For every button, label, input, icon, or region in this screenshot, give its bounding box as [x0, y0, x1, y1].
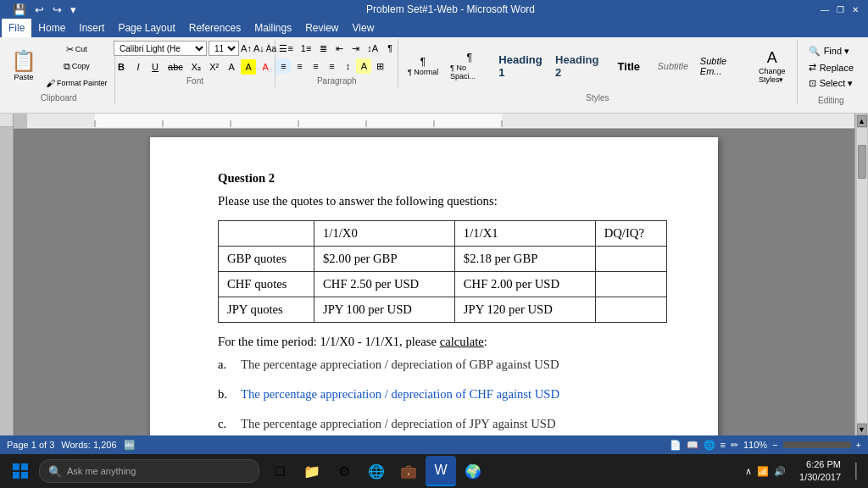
- minimize-button[interactable]: —: [819, 3, 831, 15]
- select-button[interactable]: ⊡ Select ▾: [804, 76, 858, 91]
- table-header-0: [219, 221, 314, 247]
- italic-button[interactable]: I: [131, 59, 146, 75]
- replace-icon: ⇄: [809, 62, 816, 73]
- paste-button[interactable]: 📋 Paste: [7, 41, 41, 92]
- cut-button[interactable]: ✂ Cut: [42, 42, 111, 57]
- view-web[interactable]: 🌐: [704, 440, 715, 451]
- zoom-in-button[interactable]: +: [856, 440, 861, 450]
- select-label: Select ▾: [820, 78, 854, 89]
- borders-button[interactable]: ⊞: [372, 58, 387, 74]
- highlight-button[interactable]: A: [241, 59, 256, 75]
- chrome-button[interactable]: 🌍: [458, 456, 488, 486]
- restore-button[interactable]: ❐: [834, 3, 846, 15]
- view-print-layout[interactable]: 📄: [670, 440, 682, 451]
- style-subtle-em[interactable]: Subtle Em...: [696, 42, 749, 90]
- sort-button[interactable]: ↕A: [364, 41, 381, 56]
- menu-page-layout[interactable]: Page Layout: [111, 19, 181, 37]
- menu-insert[interactable]: Insert: [72, 19, 111, 37]
- vertical-scrollbar[interactable]: ▲ ▼: [854, 114, 868, 435]
- style-title[interactable]: Title: [608, 42, 650, 90]
- menu-mailings[interactable]: Mailings: [248, 19, 298, 37]
- text-effects-button[interactable]: A: [224, 59, 239, 75]
- network-icon[interactable]: 📶: [757, 466, 769, 477]
- font-family-select[interactable]: Calibri Light (He: [114, 41, 207, 56]
- menu-references[interactable]: References: [182, 19, 248, 37]
- align-right-button[interactable]: ≡: [308, 58, 323, 74]
- word-button[interactable]: W: [426, 456, 456, 486]
- editing-content: 🔍 Find ▾ ⇄ Replace ⊡ Select ▾: [801, 41, 861, 94]
- bullets-button[interactable]: ☰≡: [275, 41, 296, 56]
- shading-button[interactable]: A: [356, 58, 371, 74]
- multilevel-button[interactable]: ≣: [315, 41, 331, 56]
- menu-review[interactable]: Review: [298, 19, 345, 37]
- style-heading1[interactable]: Heading 1: [494, 42, 549, 90]
- style-no-spacing[interactable]: ¶ ¶ No Spaci...: [446, 42, 492, 90]
- view-full-reading[interactable]: 📖: [687, 440, 698, 451]
- underline-button[interactable]: U: [147, 59, 163, 75]
- menu-view[interactable]: View: [346, 19, 381, 37]
- subscript-button[interactable]: X₂: [188, 59, 204, 75]
- editing-group: 🔍 Find ▾ ⇄ Replace ⊡ Select ▾ Editing: [798, 39, 865, 107]
- menu-home[interactable]: Home: [31, 19, 72, 37]
- align-center-button[interactable]: ≡: [292, 58, 307, 74]
- paragraph-label: Paragraph: [279, 76, 394, 86]
- clipboard-small: ✂ Cut ⧉ Copy 🖌 Format Painter: [42, 42, 111, 91]
- undo-icon[interactable]: ↩: [32, 3, 47, 17]
- svg-rect-12: [21, 472, 28, 479]
- close-button[interactable]: ✕: [849, 3, 861, 15]
- quotes-table: 1/1/X0 1/1/X1 DQ/IQ? GBP quotes $2.00 pe…: [218, 220, 667, 323]
- clear-format-button[interactable]: Aa: [266, 44, 276, 53]
- list-text-a: The percentage appreciation / depreciati…: [235, 358, 559, 372]
- taskbar-pinned-icons: ❑ 📁 ⚙ 🌐 💼 W 🌍: [264, 456, 488, 486]
- table-row: GBP quotes $2.00 per GBP $2.18 per GBP: [219, 247, 667, 272]
- style-subtitle[interactable]: Subtitle: [652, 42, 694, 90]
- show-desktop-button[interactable]: [848, 456, 865, 486]
- style-heading2[interactable]: Heading 2: [551, 42, 606, 90]
- task-view-button[interactable]: ❑: [264, 456, 295, 486]
- change-styles-button[interactable]: A ChangeStyles▾: [751, 41, 793, 92]
- increase-indent-button[interactable]: ⇥: [348, 41, 363, 56]
- zoom-out-button[interactable]: −: [772, 440, 777, 450]
- scroll-thumb[interactable]: [858, 145, 866, 179]
- menu-file[interactable]: File: [2, 19, 31, 37]
- strikethrough-button[interactable]: abc: [164, 59, 186, 75]
- font-size-select[interactable]: 11: [209, 41, 239, 56]
- find-button[interactable]: 🔍 Find ▾: [804, 44, 858, 58]
- show-formatting-button[interactable]: ¶: [382, 41, 398, 56]
- start-button[interactable]: [3, 456, 37, 486]
- zoom-slider[interactable]: [783, 441, 851, 448]
- edge-button[interactable]: 🌐: [361, 456, 392, 486]
- taskbar-search-box[interactable]: 🔍 Ask me anything: [39, 459, 259, 483]
- tray-chevron-icon[interactable]: ∧: [745, 466, 752, 477]
- clock-display[interactable]: 6:26 PM 1/30/2017: [796, 458, 844, 485]
- redo-icon[interactable]: ↪: [50, 3, 64, 17]
- explorer-button[interactable]: 📁: [297, 456, 327, 486]
- scroll-up-button[interactable]: ▲: [857, 115, 867, 127]
- shrink-font-button[interactable]: A↓: [253, 43, 264, 53]
- view-outline[interactable]: ≡: [721, 440, 726, 450]
- bold-button[interactable]: B: [114, 59, 129, 75]
- customize-icon[interactable]: ▾: [68, 3, 79, 17]
- justify-button[interactable]: ≡: [324, 58, 339, 74]
- copy-button[interactable]: ⧉ Copy: [42, 58, 111, 74]
- superscript-button[interactable]: X²: [206, 59, 222, 75]
- windows-logo-icon: [12, 463, 29, 480]
- document-scroll-area[interactable]: Question 2 Please use the quotes to answ…: [14, 129, 854, 435]
- format-painter-button[interactable]: 🖌 Format Painter: [42, 75, 111, 91]
- settings-button[interactable]: ⚙: [329, 456, 359, 486]
- replace-button[interactable]: ⇄ Replace: [804, 60, 858, 75]
- scroll-down-button[interactable]: ▼: [857, 424, 867, 435]
- table-row: CHF quotes CHF 2.50 per USD CHF 2.00 per…: [219, 272, 667, 297]
- numbering-button[interactable]: 1≡: [298, 41, 315, 56]
- align-left-button[interactable]: ≡: [275, 58, 291, 74]
- store-button[interactable]: 💼: [393, 456, 424, 486]
- view-draft[interactable]: ✏: [731, 440, 738, 451]
- save-icon[interactable]: 💾: [10, 3, 29, 17]
- grow-font-button[interactable]: A↑: [241, 43, 252, 53]
- style-normal[interactable]: ¶ ¶ Normal: [402, 42, 444, 90]
- line-spacing-button[interactable]: ↕: [340, 58, 355, 74]
- font-color-button[interactable]: A: [258, 59, 273, 75]
- decrease-indent-button[interactable]: ⇤: [331, 41, 347, 56]
- volume-icon[interactable]: 🔊: [774, 466, 786, 477]
- scroll-track[interactable]: [857, 128, 867, 423]
